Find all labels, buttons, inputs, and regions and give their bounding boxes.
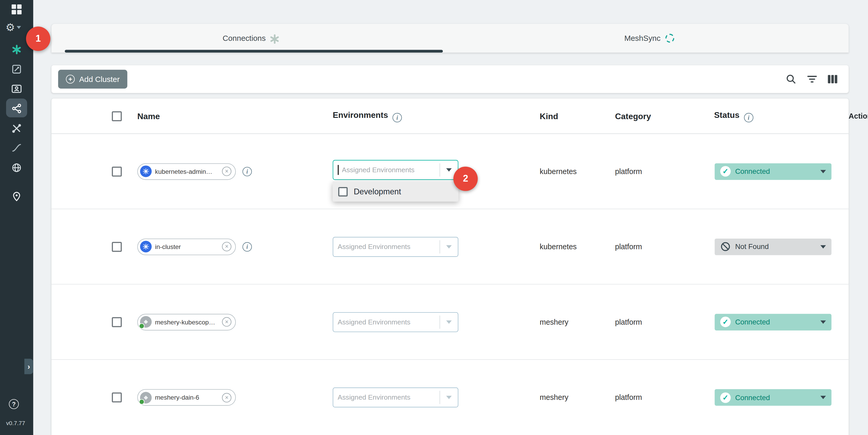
- row-checkbox[interactable]: [112, 317, 122, 327]
- search-icon[interactable]: [785, 73, 797, 85]
- kind-cell: meshery: [540, 318, 568, 326]
- header-name: Name: [137, 111, 160, 121]
- environments-placeholder: Assigned Environments: [338, 243, 439, 251]
- status-label: Not Found: [735, 243, 816, 251]
- tab-meshsync[interactable]: MeshSync: [450, 24, 849, 53]
- row-checkbox[interactable]: [112, 392, 122, 402]
- row-checkbox[interactable]: [112, 166, 122, 176]
- meshsync-spinner-icon: [665, 34, 674, 43]
- header-kind: Kind: [540, 111, 558, 121]
- tab-connections[interactable]: Connections: [52, 24, 450, 53]
- table-row: in-cluster × i Assigned Environments kub…: [52, 209, 849, 284]
- kind-cell: kubernetes: [540, 243, 577, 251]
- kind-cell: meshery: [540, 393, 568, 402]
- status-chip[interactable]: ✓ Connected: [715, 389, 832, 406]
- chevron-down-icon[interactable]: [820, 245, 826, 248]
- annotation-marker-2: 2: [453, 166, 478, 191]
- environment-option[interactable]: Development: [333, 182, 459, 201]
- header-category: Category: [615, 111, 651, 121]
- connected-check-icon: ✓: [720, 166, 731, 177]
- version-label: v0.7.77: [6, 420, 25, 427]
- connection-chip[interactable]: meshery-kubescop… ×: [137, 313, 236, 330]
- environments-select[interactable]: Assigned Environments: [333, 237, 459, 257]
- kanvas-icon[interactable]: [10, 43, 23, 56]
- add-cluster-label: Add Cluster: [79, 75, 120, 84]
- header-environments: Environmentsi: [333, 110, 402, 122]
- connection-chip[interactable]: meshery-dain-6 ×: [137, 389, 236, 406]
- category-cell: platform: [615, 318, 642, 326]
- status-label: Connected: [735, 393, 816, 402]
- meshery-icon: [140, 392, 152, 403]
- environments-select[interactable]: Assigned Environments: [333, 160, 459, 180]
- design-icon[interactable]: [10, 62, 23, 76]
- sidebar-expand-chevron[interactable]: ›: [25, 359, 33, 374]
- toolkit-icon[interactable]: [10, 122, 23, 135]
- view-columns-icon[interactable]: [826, 73, 839, 85]
- environments-select[interactable]: Assigned Environments: [333, 387, 459, 407]
- status-chip[interactable]: ✓ Connected: [715, 313, 832, 330]
- category-cell: platform: [615, 393, 642, 402]
- chevron-down-icon[interactable]: [440, 168, 458, 172]
- row-actions-menu[interactable]: ⋮: [865, 240, 868, 253]
- active-tab-indicator: [65, 50, 443, 53]
- kubernetes-icon: [140, 241, 152, 252]
- chevron-down-icon[interactable]: [820, 396, 826, 399]
- environments-placeholder: Assigned Environments: [338, 394, 439, 401]
- row-actions-empty: -: [866, 393, 868, 402]
- header-status: Statusi: [714, 110, 753, 122]
- close-icon[interactable]: ×: [222, 393, 231, 402]
- sidebar: ⚙ › ? v0.7.77: [0, 0, 33, 435]
- plus-icon: +: [66, 75, 75, 84]
- close-icon[interactable]: ×: [222, 317, 231, 327]
- dashboard-icon[interactable]: [10, 3, 23, 16]
- info-icon[interactable]: i: [392, 113, 402, 122]
- connection-chip[interactable]: in-cluster ×: [137, 238, 236, 255]
- header-actions: Actions: [849, 112, 868, 120]
- environments-select[interactable]: Assigned Environments: [333, 312, 459, 332]
- info-icon[interactable]: i: [243, 242, 252, 251]
- tab-meshsync-label: MeshSync: [624, 34, 660, 43]
- settings-gear-icon[interactable]: ⚙: [5, 22, 21, 33]
- chevron-down-icon[interactable]: [440, 245, 458, 249]
- row-checkbox[interactable]: [112, 242, 122, 252]
- table-row: meshery-dain-6 × Assigned Environments m…: [52, 360, 849, 435]
- chevron-down-icon[interactable]: [440, 320, 458, 324]
- status-chip[interactable]: Not Found: [715, 238, 832, 255]
- status-chip[interactable]: ✓ Connected: [715, 163, 832, 180]
- service-mesh-icon[interactable]: [10, 161, 23, 174]
- info-icon[interactable]: i: [243, 166, 252, 176]
- connections-table: Name Environmentsi Kind Category Statusi…: [52, 99, 849, 435]
- info-icon[interactable]: i: [744, 113, 753, 122]
- option-checkbox[interactable]: [338, 187, 348, 196]
- option-label: Development: [354, 187, 401, 196]
- meshery-app: ⚙ › ? v0.7.77 1: [0, 0, 868, 435]
- chevron-down-icon[interactable]: [820, 169, 826, 173]
- table-toolbar: + Add Cluster: [52, 65, 849, 93]
- connection-chip[interactable]: kubernetes-admin… ×: [137, 163, 236, 180]
- user-guide-icon[interactable]: [10, 83, 23, 96]
- filter-icon[interactable]: [806, 73, 818, 85]
- environment-pin-icon[interactable]: [10, 190, 23, 203]
- connections-spinner-icon: [271, 34, 279, 42]
- performance-curve-icon[interactable]: [10, 141, 23, 155]
- select-all-checkbox[interactable]: [112, 111, 122, 121]
- help-icon[interactable]: ?: [9, 399, 19, 409]
- dashboard-grid-glyph: [12, 4, 22, 14]
- chevron-down-icon[interactable]: [820, 320, 826, 324]
- status-label: Connected: [735, 318, 816, 326]
- connected-check-icon: ✓: [720, 392, 731, 402]
- connections-icon[interactable]: [10, 102, 23, 115]
- kind-cell: kubernetes: [540, 167, 577, 176]
- close-icon[interactable]: ×: [222, 242, 231, 251]
- meshery-icon: [140, 316, 152, 328]
- row-actions-empty: -: [866, 317, 868, 326]
- row-actions-menu[interactable]: ⋮: [865, 165, 868, 178]
- add-cluster-button[interactable]: + Add Cluster: [58, 70, 127, 89]
- category-cell: platform: [615, 167, 642, 176]
- status-label: Connected: [735, 167, 816, 176]
- close-icon[interactable]: ×: [222, 166, 231, 176]
- connection-name: meshery-dain-6: [155, 394, 219, 401]
- gear-glyph: ⚙: [5, 22, 15, 33]
- chevron-down-icon[interactable]: [440, 396, 458, 399]
- environments-dropdown: Development: [333, 182, 459, 201]
